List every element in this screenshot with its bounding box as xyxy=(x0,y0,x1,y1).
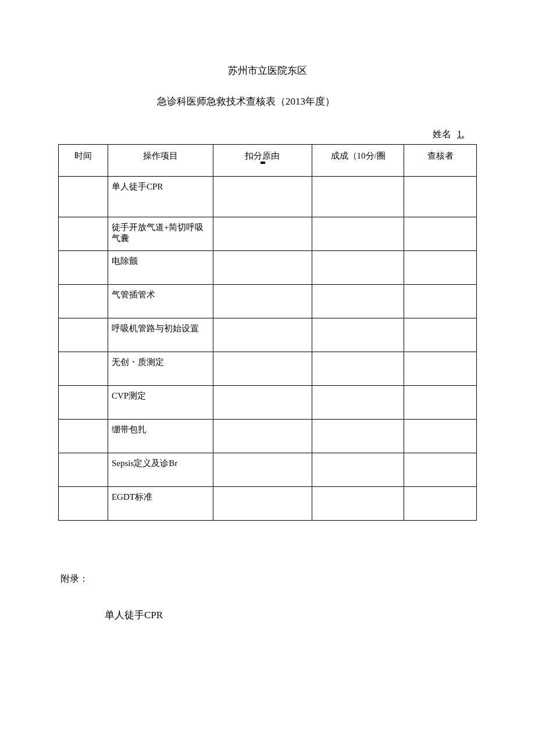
cell-score xyxy=(312,217,404,251)
header-reason: 扣分原由 xyxy=(213,145,312,177)
cell-reason xyxy=(213,487,312,521)
table-row: 电除颤 xyxy=(59,251,477,285)
cell-examiner xyxy=(404,251,477,285)
cell-time xyxy=(59,487,108,521)
cell-examiner xyxy=(404,487,477,521)
appendix-label: 附录： xyxy=(58,573,477,585)
cell-score xyxy=(312,251,404,285)
table-row: Sepsis定义及诊Br xyxy=(59,453,477,487)
table-row: CVP测定 xyxy=(59,386,477,420)
table-row: 无创・质测定 xyxy=(59,352,477,386)
cell-reason xyxy=(213,177,312,217)
cell-operation: 气管插管术 xyxy=(108,285,213,318)
table-header-row: 时间 操作项目 扣分原由 成成（10分/圈 查核者 xyxy=(59,145,477,177)
cell-operation: Sepsis定义及诊Br xyxy=(108,453,213,487)
document-title-line1: 苏州市立医院东区 xyxy=(58,64,477,77)
cell-examiner xyxy=(404,453,477,487)
cell-examiner xyxy=(404,285,477,318)
cell-examiner xyxy=(404,177,477,217)
cell-operation: 绷带包扎 xyxy=(108,420,213,453)
cell-operation: CVP测定 xyxy=(108,386,213,420)
cell-reason xyxy=(213,420,312,453)
cell-time xyxy=(59,453,108,487)
document-title-line2: 急诊科医师急救技术查核表（2013年度） xyxy=(122,95,477,108)
cell-reason xyxy=(213,251,312,285)
name-field: 姓名 1. xyxy=(58,128,477,141)
cell-reason xyxy=(213,352,312,386)
cell-time xyxy=(59,352,108,386)
cell-score xyxy=(312,177,404,217)
cell-time xyxy=(59,177,108,217)
cell-score xyxy=(312,285,404,318)
cell-reason xyxy=(213,386,312,420)
cell-reason xyxy=(213,318,312,352)
cell-time xyxy=(59,386,108,420)
cell-operation: 单人徒手CPR xyxy=(108,177,213,217)
cell-examiner xyxy=(404,318,477,352)
cell-reason xyxy=(213,453,312,487)
cell-reason xyxy=(213,285,312,318)
table-row: 绷带包扎 xyxy=(59,420,477,453)
cell-examiner xyxy=(404,420,477,453)
cell-time xyxy=(59,285,108,318)
appendix-heading: 单人徒手CPR xyxy=(58,608,477,622)
cell-examiner xyxy=(404,352,477,386)
cell-score xyxy=(312,487,404,521)
cell-time xyxy=(59,251,108,285)
cell-score xyxy=(312,352,404,386)
cell-score xyxy=(312,386,404,420)
header-score: 成成（10分/圈 xyxy=(312,145,404,177)
table-row: 气管插管术 xyxy=(59,285,477,318)
cell-examiner xyxy=(404,386,477,420)
table-row: EGDT标准 xyxy=(59,487,477,521)
cell-score xyxy=(312,420,404,453)
header-time: 时间 xyxy=(59,145,108,177)
cell-operation: EGDT标准 xyxy=(108,487,213,521)
cell-examiner xyxy=(404,217,477,251)
table-row: 呼吸机管路与初始设置 xyxy=(59,318,477,352)
cell-score xyxy=(312,318,404,352)
name-value: 1. xyxy=(454,129,465,139)
header-examiner: 查核者 xyxy=(404,145,477,177)
cell-score xyxy=(312,453,404,487)
cell-time xyxy=(59,420,108,453)
assessment-table: 时间 操作项目 扣分原由 成成（10分/圈 查核者 单人徒手CPR 徒手开放气道… xyxy=(58,144,477,521)
table-row: 徒手开放气道+简切呼吸气囊 xyxy=(59,217,477,251)
cell-operation: 电除颤 xyxy=(108,251,213,285)
cell-time xyxy=(59,318,108,352)
mark-icon xyxy=(261,162,265,164)
cell-reason xyxy=(213,217,312,251)
table-row: 单人徒手CPR xyxy=(59,177,477,217)
name-label: 姓名 xyxy=(433,129,451,139)
cell-time xyxy=(59,217,108,251)
header-operation: 操作项目 xyxy=(108,145,213,177)
cell-operation: 徒手开放气道+简切呼吸气囊 xyxy=(108,217,213,251)
cell-operation: 呼吸机管路与初始设置 xyxy=(108,318,213,352)
cell-operation: 无创・质测定 xyxy=(108,352,213,386)
